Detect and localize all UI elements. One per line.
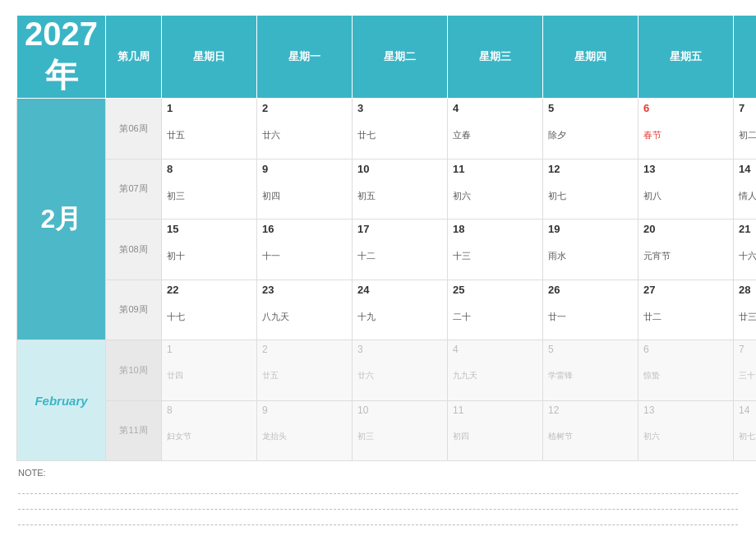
day-number: 23 — [262, 284, 347, 296]
day-cell-w1-d3: 11初六 — [448, 159, 543, 219]
day-number: 8 — [167, 163, 251, 175]
day-lunar: 廿三 — [739, 311, 756, 323]
day-cell-w4-d5: 6惊蛰 — [638, 340, 734, 401]
day-cell-w3-d6: 28廿三 — [734, 280, 757, 340]
day-cell-w3-d5: 27廿二 — [638, 280, 734, 340]
day-lunar: 廿六 — [262, 129, 347, 141]
week-row: 第08周15初十16十一17十二18十三19雨水20元宵节21十六 — [17, 219, 757, 280]
day-lunar: 初七 — [548, 190, 633, 202]
day-lunar: 九九天 — [453, 370, 537, 381]
day-cell-w3-d3: 25二十 — [448, 280, 543, 340]
day-lunar: 廿二 — [643, 311, 728, 323]
week-num-5: 第11周 — [106, 400, 162, 461]
day-cell-w3-d4: 26廿一 — [543, 280, 638, 340]
day-lunar: 十一 — [262, 250, 347, 262]
day-number: 13 — [643, 163, 728, 175]
day-lunar: 廿一 — [548, 311, 633, 323]
day-cell-w2-d1: 16十一 — [257, 219, 353, 280]
day-cell-w0-d3: 4立春 — [448, 99, 543, 159]
day-lunar: 初六 — [453, 190, 537, 202]
day-number: 2 — [262, 344, 347, 355]
day-cell-w1-d6: 14情人节 — [734, 159, 757, 219]
day-lunar: 十七 — [167, 311, 251, 323]
day-number: 17 — [357, 223, 442, 235]
day-lunar: 情人节 — [739, 190, 756, 202]
day-number: 18 — [453, 223, 537, 235]
week-row: 第09周22十七23八九天24十九25二十26廿一27廿二28廿三 — [17, 280, 757, 340]
day-number: 26 — [548, 284, 633, 296]
day-lunar: 植树节 — [548, 431, 633, 442]
day-number: 1 — [167, 344, 251, 355]
day-number: 12 — [548, 163, 633, 175]
day-cell-w0-d6: 7初二 — [734, 99, 757, 159]
day-cell-w0-d0: 1廿五 — [162, 99, 257, 159]
year-cell: 2027年 — [17, 16, 106, 99]
day-lunar: 立春 — [453, 129, 537, 141]
day-number: 19 — [548, 223, 633, 235]
note-line-1 — [18, 497, 738, 510]
day-cell-w2-d4: 19雨水 — [543, 219, 638, 280]
week-num-2: 第08周 — [106, 219, 162, 280]
day-cell-w3-d2: 24十九 — [353, 280, 448, 340]
day-lunar: 廿五 — [167, 129, 251, 141]
day-cell-w4-d2: 3廿六 — [353, 340, 448, 401]
col-header-4: 星期三 — [448, 16, 543, 99]
day-cell-w0-d2: 3廿七 — [353, 99, 448, 159]
day-cell-w5-d1: 9龙抬头 — [257, 400, 353, 461]
week-num-0: 第06周 — [106, 99, 162, 159]
day-number: 9 — [262, 404, 347, 416]
day-cell-w1-d0: 8初三 — [162, 159, 257, 219]
day-number: 11 — [453, 404, 537, 416]
day-cell-w1-d1: 9初四 — [257, 159, 353, 219]
day-lunar: 廿五 — [262, 370, 347, 381]
day-lunar: 初七 — [739, 431, 756, 442]
day-lunar: 初八 — [643, 190, 728, 202]
day-number: 16 — [262, 223, 347, 235]
day-cell-w5-d3: 11初四 — [448, 400, 543, 461]
note-line-0 — [18, 481, 738, 494]
day-lunar: 元宵节 — [643, 250, 728, 262]
day-number: 2 — [262, 102, 347, 114]
day-number: 21 — [739, 223, 756, 235]
day-cell-w1-d2: 10初五 — [353, 159, 448, 219]
col-header-5: 星期四 — [543, 16, 638, 99]
col-header-2: 星期一 — [257, 16, 353, 99]
week-num-4: 第10周 — [106, 340, 162, 401]
day-number: 24 — [357, 284, 442, 296]
day-cell-w0-d4: 5除夕 — [543, 99, 638, 159]
day-cell-w2-d3: 18十三 — [448, 219, 543, 280]
col-header-3: 星期二 — [353, 16, 448, 99]
day-number: 1 — [167, 102, 251, 114]
day-lunar: 春节 — [643, 129, 728, 141]
day-cell-w2-d5: 20元宵节 — [638, 219, 734, 280]
day-cell-w5-d2: 10初三 — [353, 400, 448, 461]
day-lunar: 惊蛰 — [643, 370, 728, 381]
day-number: 10 — [357, 404, 442, 416]
day-cell-w4-d3: 4九九天 — [448, 340, 543, 401]
day-cell-w1-d5: 13初八 — [638, 159, 734, 219]
day-cell-w3-d1: 23八九天 — [257, 280, 353, 340]
day-lunar: 初二 — [739, 129, 756, 141]
day-number: 27 — [643, 284, 728, 296]
day-cell-w4-d0: 1廿四 — [162, 340, 257, 401]
day-lunar: 八九天 — [262, 311, 347, 323]
week-num-1: 第07周 — [106, 159, 162, 219]
day-number: 3 — [357, 102, 442, 114]
day-lunar: 初四 — [262, 190, 347, 202]
day-cell-w0-d1: 2廿六 — [257, 99, 353, 159]
day-cell-w0-d5: 6春节 — [638, 99, 734, 159]
day-number: 14 — [739, 404, 756, 416]
note-label: NOTE: — [18, 468, 738, 478]
note-section: NOTE: — [16, 468, 740, 528]
day-cell-w2-d2: 17十二 — [353, 219, 448, 280]
day-lunar: 初三 — [167, 190, 251, 202]
day-lunar: 龙抬头 — [262, 431, 347, 442]
week-row: 2月第06周1廿五2廿六3廿七4立春5除夕6春节7初二 — [17, 99, 757, 159]
day-lunar: 初十 — [167, 250, 251, 262]
col-header-1: 星期日 — [162, 16, 257, 99]
day-number: 8 — [167, 404, 251, 416]
col-header-6: 星期五 — [638, 16, 734, 99]
day-lunar: 十九 — [357, 311, 442, 323]
week-num-3: 第09周 — [106, 280, 162, 340]
week-row: 第07周8初三9初四10初五11初六12初七13初八14情人节 — [17, 159, 757, 219]
